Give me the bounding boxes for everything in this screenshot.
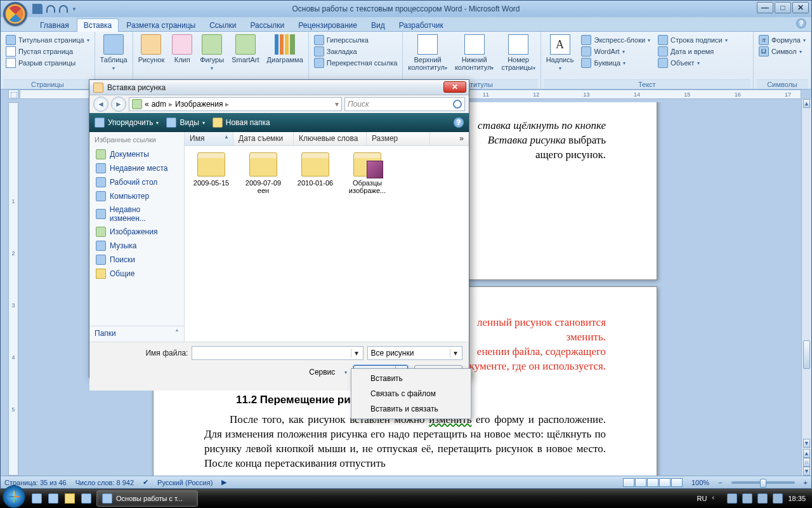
tray-icon[interactable] <box>727 493 737 504</box>
filter-select[interactable]: Все рисунки <box>367 346 462 360</box>
maximize-button[interactable]: □ <box>775 2 791 13</box>
save-icon[interactable] <box>32 4 43 14</box>
signature-button[interactable]: Строка подписи ▾ <box>657 34 728 46</box>
ruler-corner[interactable]: ⬚ <box>8 90 18 99</box>
prev-page-icon[interactable]: ▲ <box>803 449 810 458</box>
clip-button[interactable]: Клип <box>169 33 195 65</box>
tray-icon[interactable] <box>742 493 752 504</box>
items-area[interactable]: 2009-05-15 2009-07-09 еен 2010-01-06 Обр… <box>185 146 469 201</box>
wordart-button[interactable]: WordArt ▾ <box>580 46 652 57</box>
undo-icon[interactable] <box>46 5 55 13</box>
organize-button[interactable]: Упорядочить ▾ <box>95 117 159 128</box>
menu-link-to-file[interactable]: Связать с файлом <box>351 386 471 401</box>
print-layout-view[interactable] <box>623 478 634 487</box>
dialog-close-button[interactable]: ✕ <box>443 81 466 93</box>
page-break-button[interactable]: Разрыв страницы <box>4 57 77 69</box>
tray-show-hidden-icon[interactable]: ‹ <box>712 493 722 504</box>
menu-insert[interactable]: Вставить <box>351 371 471 386</box>
col-tags[interactable]: Ключевые слова <box>294 132 367 145</box>
folder-item[interactable]: 2010-01-06 <box>295 152 336 194</box>
symbol-button[interactable]: ΩСимвол ▾ <box>757 46 803 57</box>
picture-button[interactable]: Рисунок <box>136 33 167 65</box>
breadcrumb[interactable]: « adm ▸ Изображения ▸ ▾ <box>129 97 342 111</box>
zoom-in-icon[interactable]: + <box>804 479 808 486</box>
tray-network-icon[interactable] <box>757 493 768 504</box>
new-folder-button[interactable]: Новая папка <box>213 117 270 128</box>
crumb[interactable]: « <box>145 100 149 109</box>
folders-toggle[interactable]: Папки˄ <box>89 326 184 340</box>
bookmark-button[interactable]: Закладка <box>313 46 358 57</box>
shapes-button[interactable]: Фигуры▾ <box>197 33 226 74</box>
start-button[interactable] <box>3 485 25 508</box>
fav-recently-changed[interactable]: Недавно изменен... <box>89 203 184 225</box>
search-input[interactable]: Поиск <box>344 97 465 111</box>
tab-developer[interactable]: Разработчик <box>393 19 450 32</box>
col-date[interactable]: Дата съемки <box>233 132 294 145</box>
filename-input[interactable] <box>192 346 363 360</box>
switch-windows-icon[interactable] <box>46 491 61 506</box>
tray-volume-icon[interactable] <box>773 493 783 504</box>
zoom-percent[interactable]: 100% <box>691 479 709 486</box>
col-more[interactable]: » <box>430 132 469 145</box>
taskbar-word-button[interactable]: Основы работы с т... <box>96 490 198 507</box>
tab-page-layout[interactable]: Разметка страницы <box>120 19 202 32</box>
app-icon[interactable] <box>79 491 94 506</box>
back-button[interactable]: ◄ <box>93 97 108 112</box>
close-button[interactable]: ✕ <box>792 2 809 13</box>
fav-pictures[interactable]: Изображения <box>89 225 184 239</box>
fav-music[interactable]: Музыка <box>89 239 184 253</box>
chevron-right-icon[interactable]: ▸ <box>225 100 229 109</box>
object-button[interactable]: Объект ▾ <box>657 57 728 69</box>
macro-icon[interactable]: ▶ <box>221 478 226 486</box>
draft-view[interactable] <box>671 478 683 487</box>
forward-button[interactable]: ► <box>111 97 126 112</box>
header-button[interactable]: Верхнийколонтитул▾ <box>405 33 450 74</box>
folder-item[interactable]: Образцы изображе... <box>347 152 388 194</box>
fav-desktop[interactable]: Рабочий стол <box>89 175 184 189</box>
chevron-down-icon[interactable]: ▾ <box>335 100 339 109</box>
fav-computer[interactable]: Компьютер <box>89 189 184 203</box>
scroll-down-icon[interactable]: ▼ <box>803 439 810 448</box>
zoom-slider[interactable] <box>731 481 795 484</box>
redo-icon[interactable] <box>59 5 68 13</box>
zoom-out-icon[interactable]: − <box>718 479 722 486</box>
datetime-button[interactable]: Дата и время <box>657 46 728 57</box>
browse-object-icon[interactable]: ○ <box>803 458 810 467</box>
footer-button[interactable]: Нижнийколонтитул▾ <box>452 33 497 74</box>
tray-clock[interactable]: 18:35 <box>788 495 806 502</box>
tray-language[interactable]: RU <box>697 495 707 502</box>
minimize-button[interactable]: — <box>757 2 773 13</box>
quickparts-button[interactable]: Экспресс-блоки ▾ <box>580 34 652 46</box>
outline-view[interactable] <box>659 478 671 487</box>
tab-mailings[interactable]: Рассылки <box>244 19 291 32</box>
tab-home[interactable]: Главная <box>34 19 75 32</box>
tab-insert[interactable]: Вставка <box>77 18 119 32</box>
tools-button[interactable]: Сервис ▾ <box>309 368 347 377</box>
table-button[interactable]: Таблица▾ <box>98 33 130 74</box>
folder-item[interactable]: 2009-07-09 еен <box>243 152 284 194</box>
fav-public[interactable]: Общие <box>89 267 184 281</box>
folder-item[interactable]: 2009-05-15 <box>191 152 232 194</box>
views-button[interactable]: Виды ▾ <box>166 117 204 128</box>
blank-page-button[interactable]: Пустая страница <box>4 46 74 57</box>
language-status[interactable]: Русский (Россия) <box>157 479 213 486</box>
word-count[interactable]: Число слов: 8 942 <box>75 479 134 486</box>
dialog-titlebar[interactable]: Вставка рисунка ✕ <box>89 80 469 95</box>
crumb[interactable]: adm <box>152 100 166 109</box>
scroll-thumb[interactable] <box>803 340 810 369</box>
qat-more-icon[interactable]: ▼ <box>72 6 77 12</box>
tab-review[interactable]: Рецензирование <box>292 19 363 32</box>
office-button[interactable] <box>3 2 27 26</box>
next-page-icon[interactable]: ▼ <box>803 467 810 476</box>
dropcap-button[interactable]: Буквица ▾ <box>580 57 652 69</box>
equation-button[interactable]: πФормула ▾ <box>757 34 807 46</box>
help-icon[interactable]: ? <box>796 18 806 29</box>
vertical-ruler[interactable]: 12345 <box>8 102 18 476</box>
cover-page-button[interactable]: Титульная страница ▾ <box>4 34 91 46</box>
help-icon[interactable]: ? <box>454 117 464 128</box>
explorer-icon[interactable] <box>62 491 77 506</box>
fullscreen-view[interactable] <box>635 478 646 487</box>
col-size[interactable]: Размер <box>367 132 430 145</box>
page-number-button[interactable]: Номерстраницы▾ <box>499 33 537 74</box>
fav-documents[interactable]: Документы <box>89 147 184 161</box>
